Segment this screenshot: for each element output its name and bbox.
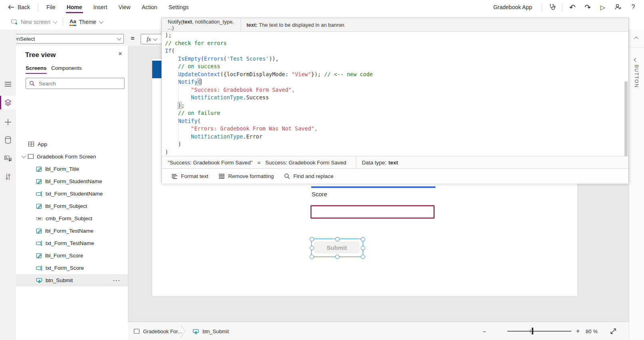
new-screen-button[interactable]: New screen <box>7 14 60 30</box>
formula-code[interactable]: );// check for errorsIf( IsEmpty(Errors(… <box>162 32 624 156</box>
zoom-slider-thumb[interactable] <box>532 328 533 334</box>
powerapps-studio: Back File Home Insert View Action Settin… <box>0 0 644 340</box>
fx-button[interactable]: fx <box>141 34 162 44</box>
tree-item-lbl_Form_Title[interactable]: lbl_Form_Title <box>16 163 128 175</box>
more-options-icon[interactable]: ··· <box>113 277 121 283</box>
hamburger-menu-icon[interactable] <box>0 77 16 91</box>
undo-icon[interactable]: ↶ <box>565 0 580 14</box>
selection-handle[interactable] <box>310 237 314 241</box>
chevron-left-icon <box>634 57 638 62</box>
media-icon[interactable] <box>0 152 16 165</box>
submit-button[interactable]: Submit <box>314 241 360 253</box>
tree-item-label: btn_Submit <box>46 277 73 283</box>
tree-item-lbl_Form_StudentName[interactable]: lbl_Form_StudentName <box>16 175 128 188</box>
remove-formatting-icon <box>219 174 225 179</box>
menu-view[interactable]: View <box>113 0 136 14</box>
expand-properties-button[interactable] <box>634 56 638 63</box>
datatype-label: Data type: <box>356 160 387 166</box>
play-preview-icon[interactable]: ▷ <box>595 0 610 14</box>
chevron-down-icon[interactable] <box>22 154 26 158</box>
format-text-icon <box>171 174 178 179</box>
formula-scrollbar[interactable] <box>624 81 628 156</box>
zoom-in-button[interactable]: + <box>576 328 580 335</box>
breadcrumb-control[interactable]: btn_Submit <box>193 328 229 335</box>
chevron-down-icon <box>117 36 121 40</box>
button-icon <box>193 328 199 335</box>
property-selector[interactable]: OnSelect <box>9 34 124 43</box>
textinput-icon <box>36 265 43 271</box>
button-icon <box>36 277 43 284</box>
menu-home[interactable]: Home <box>61 0 88 14</box>
back-button[interactable]: Back <box>0 0 36 14</box>
collapse-formula-bar-button[interactable] <box>629 30 644 47</box>
selection-handle[interactable] <box>310 246 314 250</box>
back-label: Back <box>18 4 30 10</box>
tab-screens[interactable]: Screens <box>26 65 47 74</box>
tree-item-btn_Submit[interactable]: btn_Submit··· <box>16 274 128 287</box>
menu-settings[interactable]: Settings <box>163 0 195 14</box>
tree-item-app[interactable]: App <box>16 138 140 150</box>
selection-handle[interactable] <box>361 237 365 241</box>
indent-guide <box>191 86 191 102</box>
app-checker-icon[interactable] <box>545 0 560 14</box>
tree-item-cmb_Form_Subject[interactable]: cmb_Form_Subject <box>16 212 128 225</box>
formula-actions-bar: Format text Remove formatting Find and r… <box>162 168 628 184</box>
tree-item-txt_Form_Score[interactable]: txt_Form_Score <box>16 262 128 274</box>
menu-file[interactable]: File <box>41 0 61 14</box>
selection-handle[interactable] <box>361 255 365 259</box>
find-replace-button[interactable]: Find and replace <box>284 173 334 179</box>
tree-view-title: Tree view <box>25 51 56 59</box>
remove-formatting-button[interactable]: Remove formatting <box>219 173 274 179</box>
search-input[interactable] <box>38 80 107 87</box>
help-icon[interactable]: ? <box>626 0 641 14</box>
tree-item-lbl_Form_Subject[interactable]: lbl_Form_Subject <box>16 200 128 212</box>
tree-view-rail-icon[interactable] <box>0 96 16 109</box>
score-input[interactable] <box>310 205 435 219</box>
tree-item-lbl_Form_Score[interactable]: lbl_Form_Score <box>16 249 128 262</box>
parameter-help: text: The text to be displayed in an ban… <box>241 22 346 28</box>
screen-icon <box>133 328 140 334</box>
breadcrumb-screen[interactable]: Gradebook For... <box>143 328 182 334</box>
fit-to-window-icon[interactable] <box>610 328 617 335</box>
label-icon <box>36 228 42 234</box>
selection-handle[interactable] <box>361 246 365 250</box>
formula-panel: Notify(text, notification_type, ...) tex… <box>161 18 629 183</box>
redo-icon[interactable]: ↷ <box>580 0 595 14</box>
theme-button[interactable]: Aa Theme <box>66 14 106 30</box>
formula-signature-bar: Notify(text, notification_type, ...) tex… <box>162 18 628 32</box>
function-signature: Notify(text, notification_type, ...) <box>162 19 241 31</box>
tree-item-screen[interactable]: Gradebook Form Screen <box>16 150 133 162</box>
zoom-slider-tick <box>530 329 531 333</box>
theme-aa-icon: Aa <box>70 18 76 26</box>
label-icon <box>36 166 42 172</box>
tree-item-txt_Form_StudentName[interactable]: txt_Form_StudentName <box>16 188 128 200</box>
menu-action[interactable]: Action <box>136 0 163 14</box>
data-sources-icon[interactable] <box>0 133 16 147</box>
tree-item-lbl_Form_TestName[interactable]: lbl_Form_TestName <box>16 225 128 237</box>
close-icon[interactable]: × <box>118 50 122 58</box>
selection-handle[interactable] <box>310 255 314 259</box>
selection-handle[interactable] <box>335 255 340 259</box>
tree-item-txt_Form_TestName[interactable]: txt_Form_TestName <box>16 237 128 249</box>
tree-search[interactable] <box>26 78 125 89</box>
search-icon <box>29 81 35 86</box>
selection-handle[interactable] <box>335 237 340 241</box>
result-equals: = <box>252 160 265 166</box>
chevron-down-icon <box>153 36 157 41</box>
fx-label: fx <box>147 36 151 43</box>
textinput-icon <box>36 191 43 197</box>
zoom-out-button[interactable]: − <box>483 328 486 335</box>
indent-guide <box>191 125 191 140</box>
divider <box>63 18 63 26</box>
share-icon[interactable] <box>610 0 626 14</box>
tree-view-panel: Tree view × Screens Components App Grade… <box>16 46 128 340</box>
advanced-tools-icon[interactable] <box>0 170 16 184</box>
tree-item-label: lbl_Form_Score <box>45 253 83 259</box>
tree-item-label: lbl_Form_Subject <box>45 203 87 209</box>
insert-plus-icon[interactable] <box>0 115 16 129</box>
tab-components[interactable]: Components <box>51 65 82 73</box>
tree-item-label: lbl_Form_StudentName <box>45 178 102 184</box>
menu-insert[interactable]: Insert <box>88 0 113 14</box>
format-text-button[interactable]: Format text <box>171 173 208 179</box>
zoom-slider-track[interactable] <box>507 331 571 332</box>
